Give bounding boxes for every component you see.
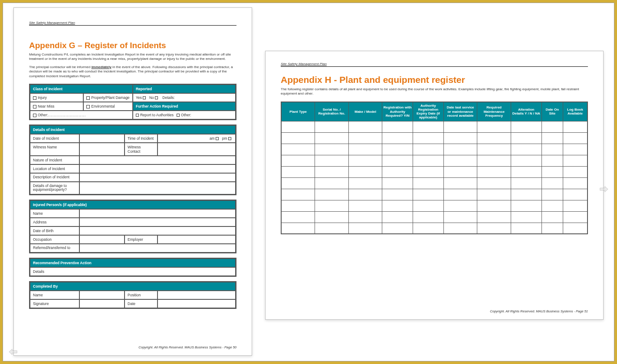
further-action-cell: Report to Authorities Other: <box>133 111 236 119</box>
label-other: Other: <box>38 113 48 117</box>
name-field[interactable] <box>79 209 236 218</box>
occupation-field[interactable] <box>79 235 125 244</box>
col-maintenance-freq: Required Maintenance Frequency <box>477 102 511 121</box>
page-content: Site Safety Management Plan Appendix G –… <box>14 8 252 322</box>
completed-header: Completed By <box>30 282 236 291</box>
completed-name-field[interactable] <box>79 291 125 299</box>
label-no: No <box>149 95 154 100</box>
dob-label: Date of Birth <box>30 226 79 235</box>
witness-contact-field[interactable] <box>158 143 236 156</box>
checkbox-environmental[interactable] <box>86 105 90 108</box>
label-details: Details: <box>162 95 174 100</box>
witness-contact-label: Witness Contact <box>125 143 158 156</box>
description-label: Description of Incident <box>30 173 79 182</box>
appendix-h-title: Appendix H - Plant and equipment registe… <box>281 75 588 85</box>
table-row <box>281 121 587 132</box>
checkbox-report-authorities[interactable] <box>136 114 139 117</box>
signature-field[interactable] <box>79 299 125 308</box>
property-cell: Property/Plant Damage <box>83 93 133 102</box>
preventive-header: Recommended Preventive Action <box>30 259 236 267</box>
label-am: am <box>210 136 215 141</box>
label-nearmiss: Near Miss <box>38 104 54 108</box>
nature-label: Nature of Incident <box>30 156 79 164</box>
intro-paragraph-1: Metung Constructions P/L completes an In… <box>29 52 236 62</box>
signature-label: Signature <box>30 299 79 308</box>
checkbox-no[interactable] <box>155 96 158 99</box>
table-row <box>281 155 587 166</box>
table-row <box>281 166 587 177</box>
class-incident-header: Class of Incident <box>30 85 133 93</box>
further-action-header: Further Action Required <box>133 102 236 111</box>
occupation-label: Occupation <box>30 235 79 244</box>
table-row <box>281 200 587 211</box>
page-51: Site Safety Management Plan Appendix H -… <box>265 51 604 320</box>
page-footer: Copyright. All Rights Reserved. MAUS Bus… <box>490 309 588 313</box>
date-incident-field[interactable] <box>79 134 125 143</box>
col-plant-type: Plant Type <box>281 102 315 121</box>
address-label: Address <box>30 218 79 226</box>
col-registration-required: Registration with Authority Required? Y/… <box>382 102 413 121</box>
label-pm: pm <box>222 136 227 141</box>
date-incident-label: Date of Incident <box>30 134 79 143</box>
table-row <box>281 189 587 200</box>
page-footer: Copyright. All Rights Reserved. MAUS Bus… <box>138 345 236 349</box>
employer-field[interactable] <box>158 235 236 244</box>
date-label: Date <box>125 299 158 308</box>
description-field[interactable] <box>79 173 236 182</box>
damage-label: Details of damage to equipment/property? <box>30 182 79 194</box>
other-dots: .......................... <box>48 113 86 117</box>
col-date-on-site: Date On Site <box>542 102 563 121</box>
checkbox-pm[interactable] <box>228 137 231 140</box>
checkbox-property[interactable] <box>86 96 90 100</box>
checkbox-am[interactable] <box>216 137 219 140</box>
position-field[interactable] <box>158 291 236 299</box>
label-environmental: Environmental <box>91 104 115 108</box>
position-label: Position <box>125 291 158 299</box>
label-other-action: Other: <box>181 113 191 117</box>
witness-name-field[interactable] <box>79 143 125 156</box>
intro-paragraph: The following register contains details … <box>281 87 588 96</box>
damage-field[interactable] <box>79 182 236 194</box>
checkbox-other[interactable] <box>33 114 36 117</box>
checkbox-other-action[interactable] <box>177 114 180 117</box>
equipment-register-table: Plant Type Serial No. / Registration No.… <box>281 102 588 234</box>
dob-field[interactable] <box>79 226 236 235</box>
col-make-model: Make / Model <box>348 102 382 121</box>
appendix-g-title: Appendix G – Register of Incidents <box>29 41 236 50</box>
page-50: Site Safety Management Plan Appendix G –… <box>13 7 252 356</box>
register-body <box>281 121 587 234</box>
nature-field[interactable] <box>79 156 236 164</box>
nearmiss-cell: Near Miss <box>30 102 83 111</box>
referred-field[interactable] <box>79 244 236 253</box>
label-injury: Injury <box>38 95 47 100</box>
injury-cell: Injury <box>30 93 83 102</box>
next-page-arrow-icon[interactable] <box>599 185 609 193</box>
preventive-action-table: Recommended Preventive Action Details <box>29 258 236 277</box>
address-field[interactable] <box>79 218 236 226</box>
location-label: Location of Incident <box>30 164 79 173</box>
table-row <box>281 177 587 189</box>
prev-page-arrow-icon[interactable] <box>8 348 18 356</box>
label-property: Property/Plant Damage <box>91 95 129 100</box>
injured-header: Injured Person/s (if applicable) <box>30 200 236 209</box>
location-field[interactable] <box>79 164 236 173</box>
time-incident-field[interactable]: am pm <box>158 134 236 143</box>
checkbox-nearmiss[interactable] <box>33 105 36 108</box>
reported-cell: Yes No Details: <box>133 93 236 102</box>
checkbox-injury[interactable] <box>33 96 36 100</box>
environmental-cell: Environmental <box>83 102 133 111</box>
table-row <box>281 211 587 223</box>
table-row <box>281 223 587 234</box>
time-incident-label: Time of Incident <box>125 134 158 143</box>
intro-emphasis: immediately <box>92 65 112 69</box>
col-log-book: Log Book Available <box>563 102 587 121</box>
referred-label: Referred/transferred to <box>30 244 79 253</box>
document-viewer: Site Safety Management Plan Appendix G –… <box>3 3 614 361</box>
col-last-service: Date last service or maintenance record … <box>443 102 477 121</box>
col-expiry-date: Authority Registration Expiry Date (if a… <box>413 102 444 121</box>
date-field[interactable] <box>158 299 236 308</box>
doc-header: Site Safety Management Plan <box>281 62 588 67</box>
checkbox-yes[interactable] <box>143 96 146 99</box>
label-yes: Yes <box>136 95 142 100</box>
name-label: Name <box>30 209 79 218</box>
